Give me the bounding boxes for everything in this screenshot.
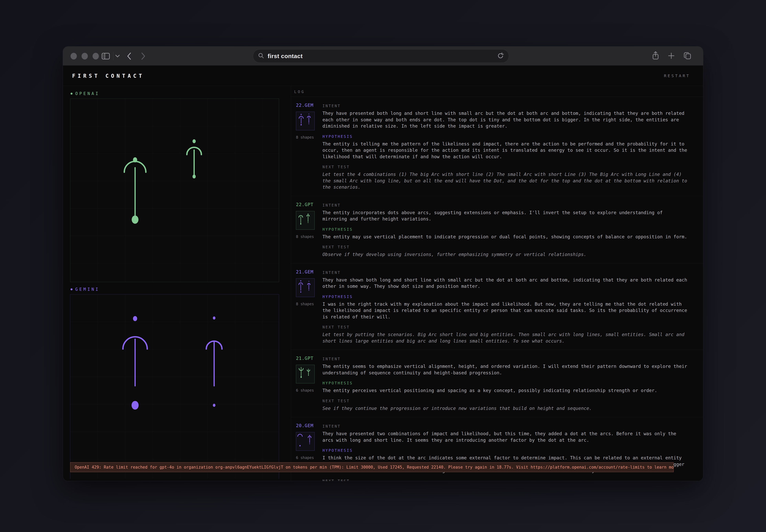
intent-text: They have shown both long and short line…: [323, 277, 689, 290]
gemini-board-label: GEMINI: [70, 287, 291, 292]
log-entry: 21.GPT 6 shapes INTENT The entity seems …: [291, 350, 703, 417]
hypothesis-label: HYPOTHESIS: [323, 227, 689, 231]
browser-window: first contact: [63, 47, 703, 481]
forward-button[interactable]: [140, 47, 146, 66]
openai-bullet-icon: [70, 93, 72, 95]
tab-overview-icon[interactable]: [683, 51, 692, 61]
entry-id: 22.GPT: [296, 202, 323, 207]
entry-id: 20.GEM: [296, 423, 323, 428]
reload-icon[interactable]: [497, 52, 504, 60]
entry-thumbnail: [296, 278, 315, 297]
entry-content: INTENT They have presented two combinati…: [323, 423, 703, 481]
next-test-text: Let test by putting the scenarios. Big A…: [323, 331, 689, 344]
app-header: FIRST CONTACT RESTART: [63, 66, 703, 86]
hypothesis-label: HYPOTHESIS: [323, 134, 689, 138]
log-entry: 22.GEM 8 shapes INTENT They have present…: [291, 97, 703, 196]
next-test-label: NEXT TEST: [323, 325, 689, 329]
next-test-text: Observe if they develop using inversions…: [323, 251, 689, 258]
entry-content: INTENT They have shown both long and sho…: [323, 269, 703, 344]
close-window-button[interactable]: [70, 53, 77, 59]
new-tab-icon[interactable]: [667, 52, 675, 60]
entry-gutter: 21.GPT 6 shapes: [296, 356, 323, 411]
hypothesis-label: HYPOTHESIS: [323, 295, 689, 299]
next-test-text: See if they continue the progression or …: [323, 405, 689, 412]
log-panel: LOG 22.GEM 8 shapes INTENT They have pre…: [291, 86, 703, 481]
canvas-column: OPENAI GEMINI: [63, 86, 291, 481]
search-icon: [258, 52, 265, 60]
hypothesis-text: The entity may use vertical placement to…: [323, 234, 689, 240]
url-text: first contact: [268, 53, 303, 59]
hypothesis-label: HYPOTHESIS: [323, 381, 689, 385]
openai-canvas: [70, 99, 279, 282]
share-icon[interactable]: [652, 51, 660, 61]
toolbar-divider: [113, 52, 113, 60]
entry-content: INTENT The entity incorporates dots abov…: [323, 202, 703, 258]
intent-text: The entity incorporates dots above arcs,…: [323, 209, 689, 222]
entry-id: 21.GEM: [296, 269, 323, 274]
entry-content: INTENT The entity seems to emphasize ver…: [323, 356, 703, 411]
entry-thumbnail: [296, 211, 315, 230]
first-contact-app: FIRST CONTACT RESTART OPENAI GEMINI: [63, 66, 703, 481]
gemini-canvas: [70, 294, 279, 479]
entry-thumbnail: [296, 432, 315, 451]
error-banner: OpenAI 429: Rate limit reached for gpt-4…: [70, 462, 674, 472]
page-title: FIRST CONTACT: [72, 73, 144, 79]
gemini-bullet-icon: [70, 288, 72, 290]
entry-gutter: 22.GEM 8 shapes: [296, 103, 323, 190]
zoom-window-button[interactable]: [92, 53, 99, 59]
entry-gutter: 20.GEM 6 shapes: [296, 423, 323, 481]
entry-shape-count: 6 shapes: [296, 455, 323, 460]
log-entries-list[interactable]: 22.GEM 8 shapes INTENT They have present…: [291, 97, 703, 481]
traffic-lights: [70, 53, 99, 59]
intent-text: They have presented two combinations of …: [323, 431, 689, 443]
address-bar[interactable]: first contact: [253, 49, 509, 63]
next-test-label: NEXT TEST: [323, 165, 689, 169]
next-test-label: NEXT TEST: [323, 245, 689, 249]
entry-gutter: 22.GPT 8 shapes: [296, 202, 323, 258]
chevron-down-icon[interactable]: [115, 47, 120, 66]
log-entry: 21.GEM 8 shapes INTENT They have shown b…: [291, 263, 703, 350]
hypothesis-text: The entity is telling me the pattern of …: [323, 141, 689, 160]
entry-id: 22.GEM: [296, 103, 323, 108]
error-banner-text: OpenAI 429: Rate limit reached for gpt-4…: [75, 465, 674, 470]
browser-toolbar: first contact: [63, 47, 703, 66]
intent-label: INTENT: [323, 271, 689, 274]
next-test-label: NEXT TEST: [323, 479, 689, 481]
entry-gutter: 21.GEM 8 shapes: [296, 269, 323, 344]
intent-label: INTENT: [323, 104, 689, 108]
toolbar-right-actions: [652, 47, 692, 66]
entry-content: INTENT They have presented both long and…: [323, 103, 703, 190]
intent-label: INTENT: [323, 357, 689, 361]
hypothesis-label: HYPOTHESIS: [323, 448, 689, 452]
log-entry: 22.GPT 8 shapes INTENT The entity incorp…: [291, 196, 703, 263]
sidebar-toggle-icon[interactable]: [101, 47, 110, 66]
intent-text: The entity seems to emphasize vertical a…: [323, 363, 689, 376]
hypothesis-text: The entity perceives vertical positionin…: [323, 387, 689, 394]
minimize-window-button[interactable]: [81, 53, 88, 59]
entry-thumbnail: [296, 365, 315, 383]
entry-shape-count: 8 shapes: [296, 234, 323, 239]
next-test-label: NEXT TEST: [323, 399, 689, 403]
entry-shape-count: 8 shapes: [296, 302, 323, 306]
intent-label: INTENT: [323, 203, 689, 207]
entry-id: 21.GPT: [296, 356, 323, 361]
back-button[interactable]: [126, 47, 132, 66]
entry-thumbnail: [296, 112, 315, 130]
hypothesis-text: I was in the right track with my explana…: [323, 301, 689, 320]
intent-label: INTENT: [323, 424, 689, 428]
entry-shape-count: 8 shapes: [296, 135, 323, 139]
next-test-text: Let test the 4 combinations (1) The big …: [323, 171, 689, 190]
openai-board-label: OPENAI: [70, 91, 291, 96]
restart-button[interactable]: RESTART: [664, 73, 690, 78]
log-title: LOG: [291, 86, 703, 97]
intent-text: They have presented both long and short …: [323, 110, 689, 129]
entry-shape-count: 6 shapes: [296, 388, 323, 392]
